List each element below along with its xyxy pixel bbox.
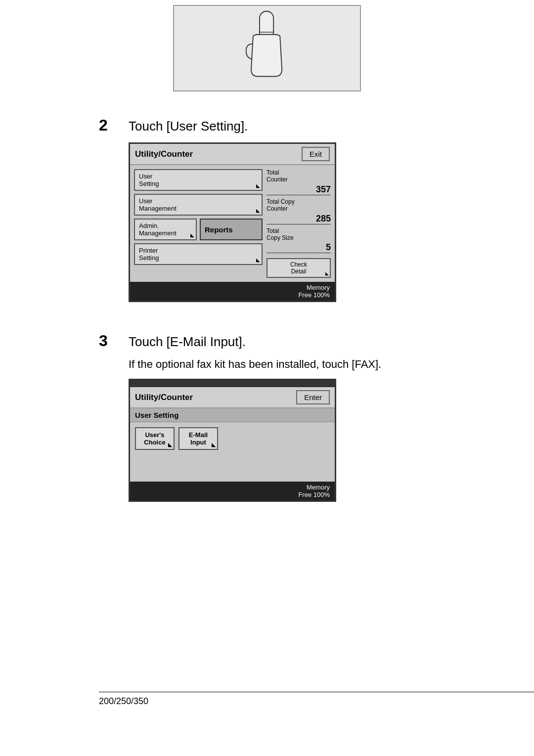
screen2-subtitle: User Setting (130, 408, 335, 422)
page-footer: 200/250/350 (99, 692, 534, 707)
reports-button[interactable]: Reports (200, 219, 263, 240)
screen2-footer: MemoryFree 100% (130, 482, 335, 500)
screen1-title: Utility/Counter (135, 149, 193, 159)
total-copy-size-value: 5 (267, 242, 331, 253)
screen2-topbar (130, 380, 335, 387)
screen1-left-col: UserSetting◣ UserManagement◣ Admin.Manag… (134, 169, 263, 278)
step2-section: 2 Touch [User Setting]. Utility/Counter … (0, 106, 534, 312)
total-copy-counter-label: Total CopyCounter (267, 198, 331, 213)
step3-section: 3 Touch [E-Mail Input]. If the optional … (0, 322, 534, 512)
step3-number: 3 (99, 332, 119, 350)
user-setting-button[interactable]: UserSetting◣ (134, 169, 263, 191)
admin-management-button[interactable]: Admin.Management◣ (134, 219, 197, 240)
step3-header: 3 Touch [E-Mail Input]. (99, 332, 435, 350)
users-choice-button[interactable]: User'sChoice◣ (135, 427, 175, 450)
hand-illustration (173, 5, 361, 91)
total-copy-size-label: TotalCopy Size (267, 227, 331, 242)
user-buttons-row: User'sChoice◣ E-MailInput◣ (135, 427, 330, 450)
screen2-title: Utility/Counter (135, 393, 193, 402)
total-copy-counter-value: 285 (267, 214, 331, 224)
utility-counter-screen1: Utility/Counter Exit UserSetting◣ UserMa… (129, 142, 336, 302)
enter-button[interactable]: Enter (296, 390, 330, 404)
user-management-button[interactable]: UserManagement◣ (134, 194, 263, 216)
screen1-titlebar: Utility/Counter Exit (130, 144, 335, 165)
step2-instruction: Touch [User Setting]. (129, 119, 248, 134)
screen1-body: UserSetting◣ UserManagement◣ Admin.Manag… (130, 165, 335, 282)
exit-button[interactable]: Exit (302, 147, 330, 161)
page-ref: 200/250/350 (99, 696, 148, 706)
check-detail-button[interactable]: CheckDetail◣ (267, 258, 331, 278)
screen2-memory-value: 100% (313, 491, 330, 498)
illustration-section (0, 0, 534, 91)
memory-free-value: 100% (313, 291, 330, 299)
step2-number: 2 (99, 116, 119, 134)
hand-icon (237, 9, 297, 88)
screen1-right-col: TotalCounter 357 Total CopyCounter 285 T… (267, 169, 331, 278)
step3-instruction: Touch [E-Mail Input]. (129, 334, 246, 350)
screen1-footer: MemoryFree 100% (130, 282, 335, 301)
step3-subtext: If the optional fax kit has been install… (129, 358, 435, 371)
total-counter-value: 357 (267, 184, 331, 195)
printer-setting-button[interactable]: PrinterSetting◣ (134, 243, 263, 265)
screen2-body: User'sChoice◣ E-MailInput◣ (130, 422, 335, 482)
email-input-button[interactable]: E-MailInput◣ (178, 427, 218, 450)
utility-counter-screen2: Utility/Counter Enter User Setting User'… (129, 379, 336, 502)
screen2-titlebar: Utility/Counter Enter (130, 387, 335, 408)
step2-header: 2 Touch [User Setting]. (99, 116, 435, 134)
total-counter-label: TotalCounter (267, 169, 331, 183)
